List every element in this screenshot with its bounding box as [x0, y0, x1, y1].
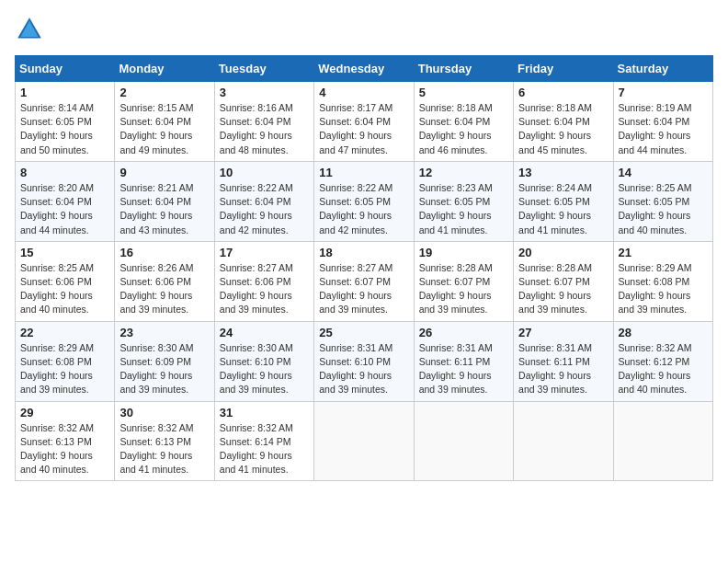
- calendar-cell: [514, 401, 613, 481]
- day-number: 10: [220, 166, 309, 179]
- day-info: Sunrise: 8:16 AM Sunset: 6:04 PM Dayligh…: [220, 101, 309, 157]
- calendar-cell: 14Sunrise: 8:25 AM Sunset: 6:05 PM Dayli…: [613, 161, 712, 241]
- calendar-cell: 1Sunrise: 8:14 AM Sunset: 6:05 PM Daylig…: [16, 82, 115, 162]
- calendar-cell: 26Sunrise: 8:31 AM Sunset: 6:11 PM Dayli…: [414, 321, 513, 401]
- day-number: 28: [619, 326, 708, 339]
- day-info: Sunrise: 8:25 AM Sunset: 6:05 PM Dayligh…: [619, 181, 708, 237]
- calendar-cell: 20Sunrise: 8:28 AM Sunset: 6:07 PM Dayli…: [514, 241, 613, 321]
- day-number: 9: [119, 166, 209, 179]
- week-row-5: 29Sunrise: 8:32 AM Sunset: 6:13 PM Dayli…: [16, 401, 713, 481]
- day-info: Sunrise: 8:22 AM Sunset: 6:05 PM Dayligh…: [319, 181, 408, 237]
- calendar-cell: 31Sunrise: 8:32 AM Sunset: 6:14 PM Dayli…: [214, 401, 313, 481]
- day-info: Sunrise: 8:30 AM Sunset: 6:10 PM Dayligh…: [220, 341, 309, 397]
- week-row-1: 1Sunrise: 8:14 AM Sunset: 6:05 PM Daylig…: [16, 82, 713, 162]
- day-number: 24: [220, 326, 309, 339]
- day-number: 20: [518, 246, 608, 259]
- day-number: 25: [319, 326, 408, 339]
- day-info: Sunrise: 8:27 AM Sunset: 6:06 PM Dayligh…: [220, 261, 309, 317]
- day-number: 1: [20, 86, 109, 99]
- day-info: Sunrise: 8:32 AM Sunset: 6:13 PM Dayligh…: [119, 421, 209, 477]
- calendar-cell: [613, 401, 712, 481]
- day-info: Sunrise: 8:25 AM Sunset: 6:06 PM Dayligh…: [20, 261, 109, 317]
- day-info: Sunrise: 8:32 AM Sunset: 6:12 PM Dayligh…: [619, 341, 708, 397]
- calendar-cell: 29Sunrise: 8:32 AM Sunset: 6:13 PM Dayli…: [16, 401, 115, 481]
- day-number: 5: [419, 86, 508, 99]
- day-number: 16: [119, 246, 209, 259]
- day-number: 7: [619, 86, 708, 99]
- weekday-monday: Monday: [115, 56, 214, 82]
- weekday-header-row: SundayMondayTuesdayWednesdayThursdayFrid…: [16, 56, 713, 82]
- calendar-cell: 2Sunrise: 8:15 AM Sunset: 6:04 PM Daylig…: [115, 82, 214, 162]
- day-info: Sunrise: 8:20 AM Sunset: 6:04 PM Dayligh…: [20, 181, 109, 237]
- calendar-cell: 8Sunrise: 8:20 AM Sunset: 6:04 PM Daylig…: [16, 161, 115, 241]
- day-number: 15: [20, 246, 109, 259]
- weekday-thursday: Thursday: [414, 56, 513, 82]
- day-info: Sunrise: 8:27 AM Sunset: 6:07 PM Dayligh…: [319, 261, 408, 317]
- day-number: 19: [419, 246, 508, 259]
- week-row-2: 8Sunrise: 8:20 AM Sunset: 6:04 PM Daylig…: [16, 161, 713, 241]
- day-info: Sunrise: 8:28 AM Sunset: 6:07 PM Dayligh…: [518, 261, 608, 317]
- calendar-cell: 5Sunrise: 8:18 AM Sunset: 6:04 PM Daylig…: [414, 82, 513, 162]
- calendar-cell: 30Sunrise: 8:32 AM Sunset: 6:13 PM Dayli…: [115, 401, 214, 481]
- week-row-3: 15Sunrise: 8:25 AM Sunset: 6:06 PM Dayli…: [16, 241, 713, 321]
- logo-icon: [15, 15, 44, 44]
- calendar-cell: [414, 401, 513, 481]
- calendar-cell: 4Sunrise: 8:17 AM Sunset: 6:04 PM Daylig…: [314, 82, 414, 162]
- page-header: [15, 15, 713, 44]
- day-info: Sunrise: 8:30 AM Sunset: 6:09 PM Dayligh…: [119, 341, 209, 397]
- calendar-cell: 19Sunrise: 8:28 AM Sunset: 6:07 PM Dayli…: [414, 241, 513, 321]
- day-info: Sunrise: 8:18 AM Sunset: 6:04 PM Dayligh…: [518, 101, 608, 157]
- weekday-wednesday: Wednesday: [314, 56, 414, 82]
- calendar-cell: 28Sunrise: 8:32 AM Sunset: 6:12 PM Dayli…: [613, 321, 712, 401]
- calendar-cell: 23Sunrise: 8:30 AM Sunset: 6:09 PM Dayli…: [115, 321, 214, 401]
- day-info: Sunrise: 8:23 AM Sunset: 6:05 PM Dayligh…: [419, 181, 508, 237]
- day-info: Sunrise: 8:29 AM Sunset: 6:08 PM Dayligh…: [619, 261, 708, 317]
- weekday-sunday: Sunday: [16, 56, 115, 82]
- day-number: 8: [20, 166, 109, 179]
- weekday-saturday: Saturday: [613, 56, 712, 82]
- day-info: Sunrise: 8:26 AM Sunset: 6:06 PM Dayligh…: [119, 261, 209, 317]
- day-info: Sunrise: 8:15 AM Sunset: 6:04 PM Dayligh…: [119, 101, 209, 157]
- calendar-cell: 21Sunrise: 8:29 AM Sunset: 6:08 PM Dayli…: [613, 241, 712, 321]
- day-info: Sunrise: 8:17 AM Sunset: 6:04 PM Dayligh…: [319, 101, 408, 157]
- weekday-tuesday: Tuesday: [214, 56, 313, 82]
- day-number: 30: [119, 406, 209, 419]
- day-number: 31: [220, 406, 309, 419]
- day-number: 3: [220, 86, 309, 99]
- day-info: Sunrise: 8:19 AM Sunset: 6:04 PM Dayligh…: [619, 101, 708, 157]
- day-info: Sunrise: 8:29 AM Sunset: 6:08 PM Dayligh…: [20, 341, 109, 397]
- day-info: Sunrise: 8:22 AM Sunset: 6:04 PM Dayligh…: [220, 181, 309, 237]
- day-info: Sunrise: 8:24 AM Sunset: 6:05 PM Dayligh…: [518, 181, 608, 237]
- day-info: Sunrise: 8:31 AM Sunset: 6:11 PM Dayligh…: [419, 341, 508, 397]
- calendar-cell: 13Sunrise: 8:24 AM Sunset: 6:05 PM Dayli…: [514, 161, 613, 241]
- day-number: 2: [119, 86, 209, 99]
- day-number: 27: [518, 326, 608, 339]
- day-number: 14: [619, 166, 708, 179]
- day-info: Sunrise: 8:32 AM Sunset: 6:13 PM Dayligh…: [20, 421, 109, 477]
- day-info: Sunrise: 8:18 AM Sunset: 6:04 PM Dayligh…: [419, 101, 508, 157]
- calendar-cell: 17Sunrise: 8:27 AM Sunset: 6:06 PM Dayli…: [214, 241, 313, 321]
- calendar-cell: 24Sunrise: 8:30 AM Sunset: 6:10 PM Dayli…: [214, 321, 313, 401]
- day-number: 23: [119, 326, 209, 339]
- day-number: 13: [518, 166, 608, 179]
- calendar-cell: 6Sunrise: 8:18 AM Sunset: 6:04 PM Daylig…: [514, 82, 613, 162]
- calendar-cell: 11Sunrise: 8:22 AM Sunset: 6:05 PM Dayli…: [314, 161, 414, 241]
- day-number: 26: [419, 326, 508, 339]
- week-row-4: 22Sunrise: 8:29 AM Sunset: 6:08 PM Dayli…: [16, 321, 713, 401]
- calendar-cell: 3Sunrise: 8:16 AM Sunset: 6:04 PM Daylig…: [214, 82, 313, 162]
- day-number: 29: [20, 406, 109, 419]
- day-info: Sunrise: 8:28 AM Sunset: 6:07 PM Dayligh…: [419, 261, 508, 317]
- day-info: Sunrise: 8:31 AM Sunset: 6:10 PM Dayligh…: [319, 341, 408, 397]
- calendar-cell: 12Sunrise: 8:23 AM Sunset: 6:05 PM Dayli…: [414, 161, 513, 241]
- day-number: 11: [319, 166, 408, 179]
- calendar-cell: 18Sunrise: 8:27 AM Sunset: 6:07 PM Dayli…: [314, 241, 414, 321]
- day-info: Sunrise: 8:14 AM Sunset: 6:05 PM Dayligh…: [20, 101, 109, 157]
- calendar-cell: [314, 401, 414, 481]
- logo: [15, 15, 48, 44]
- day-number: 21: [619, 246, 708, 259]
- day-info: Sunrise: 8:31 AM Sunset: 6:11 PM Dayligh…: [518, 341, 608, 397]
- weekday-friday: Friday: [514, 56, 613, 82]
- day-number: 18: [319, 246, 408, 259]
- calendar-cell: 25Sunrise: 8:31 AM Sunset: 6:10 PM Dayli…: [314, 321, 414, 401]
- day-number: 17: [220, 246, 309, 259]
